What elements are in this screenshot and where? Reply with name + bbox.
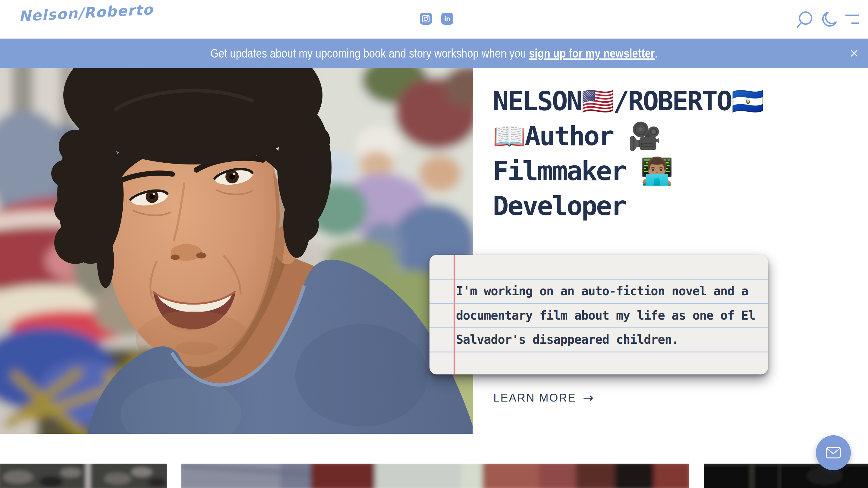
note-line-1: I'm working on an auto-fiction novel and… xyxy=(456,279,762,303)
instagram-link[interactable] xyxy=(420,13,432,25)
site-logo[interactable]: Nelson/Roberto xyxy=(19,1,154,25)
svg-text:in: in xyxy=(444,15,450,23)
hero-title-line-3: Filmmaker 👨🏽‍💻 xyxy=(493,154,855,189)
note-line-3: Salvador's disappeared children. xyxy=(456,327,762,352)
gallery-image-2[interactable] xyxy=(181,464,689,488)
dark-mode-toggle[interactable] xyxy=(823,12,836,26)
header-actions xyxy=(789,6,868,30)
banner-close-button[interactable] xyxy=(848,47,860,59)
site-header: Nelson/Roberto in xyxy=(0,0,868,38)
hero-title-line-4: Developer xyxy=(493,189,855,224)
envelope-icon xyxy=(826,447,841,458)
note-line-2: documentary film about my life as one of… xyxy=(456,303,762,328)
learn-more-link[interactable]: LEARN MORE → xyxy=(493,390,593,405)
newsletter-banner: Get updates about my upcoming book and s… xyxy=(0,38,868,68)
search-button[interactable] xyxy=(797,12,812,27)
hero-title-line-2: 📖Author 🎥 xyxy=(493,119,855,154)
hero-title: NELSON🇺🇸/ROBERTO🇸🇻 📖Author 🎥 Filmmaker 👨… xyxy=(493,84,855,224)
gallery-image-3[interactable] xyxy=(704,464,868,488)
banner-suffix: . xyxy=(655,46,658,60)
close-icon xyxy=(851,50,857,56)
gallery-image-2-art xyxy=(181,464,689,488)
linkedin-link[interactable]: in xyxy=(441,13,453,25)
note-card: I'm working on an auto-fiction novel and… xyxy=(430,255,768,375)
newsletter-signup-link[interactable]: sign up for my newsletter xyxy=(529,46,655,60)
arrow-right-icon: → xyxy=(583,390,593,405)
linkedin-icon: in xyxy=(441,13,453,25)
hero-title-line-1: NELSON🇺🇸/ROBERTO🇸🇻 xyxy=(493,84,855,119)
gallery-image-3-art xyxy=(704,464,868,488)
banner-text: Get updates about my upcoming book and s… xyxy=(210,46,658,61)
paper-margin-line xyxy=(454,255,455,375)
instagram-icon xyxy=(420,13,432,25)
gallery-image-1-art xyxy=(0,464,167,488)
hero-photo xyxy=(0,68,473,434)
menu-button[interactable] xyxy=(845,15,859,23)
banner-message: Get updates about my upcoming book and s… xyxy=(210,46,529,60)
contact-email-button[interactable] xyxy=(816,435,851,470)
social-links: in xyxy=(420,13,453,25)
gallery-image-1[interactable] xyxy=(0,464,167,488)
page: Nelson/Roberto in xyxy=(0,0,868,488)
note-text: I'm working on an auto-fiction novel and… xyxy=(456,279,762,352)
moon-icon xyxy=(823,12,836,26)
learn-more-label: LEARN MORE xyxy=(493,392,576,404)
